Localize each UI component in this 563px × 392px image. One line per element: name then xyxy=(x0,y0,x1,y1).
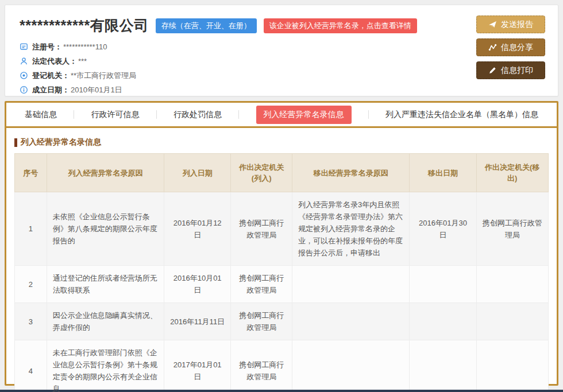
share-info-button[interactable]: 信息分享 xyxy=(476,38,545,56)
info-value: **市工商行政管理局 xyxy=(71,71,136,81)
table-row: 2通过登记的住所或者经营场所无法取得联系2016年10月01日携创网工商行政管理… xyxy=(15,266,549,303)
info-value: 2010年01月1日 xyxy=(71,85,122,95)
column-header: 移出日期 xyxy=(410,154,476,192)
company-name: ************有限公司 xyxy=(20,17,149,34)
table-cell xyxy=(292,340,410,392)
abnormal-alert-badge[interactable]: 该企业被列入经营异常名录，点击查看详情 xyxy=(264,18,417,33)
table-cell: 2017年01月01日 xyxy=(164,340,231,392)
info-label: 法定代表人： xyxy=(32,56,77,67)
table-cell xyxy=(292,303,410,340)
section-title-text: 列入经营异常名录信息 xyxy=(21,137,101,148)
action-buttons: 发送报告信息分享信息打印 xyxy=(476,15,545,79)
table-cell xyxy=(292,266,410,303)
column-header: 移出经营异常名录原因 xyxy=(292,154,410,192)
tab-4[interactable]: 列入严重违法失信企业名单（黑名单）信息 xyxy=(385,110,538,120)
table-cell: 2016年11月11日 xyxy=(164,303,231,340)
info-icon xyxy=(20,86,28,94)
table-cell: 携创网工商行政管理局 xyxy=(231,192,292,266)
company-info-line: 登记机关：**市工商行政管理局 xyxy=(20,68,543,83)
table-cell: 未在工商行政管理部门依照《企业信息公示暂行条例》第十条规定责令的期限内公示有关企… xyxy=(47,340,164,392)
certificate-icon xyxy=(20,42,28,51)
table-cell xyxy=(410,340,476,392)
section-title-marker xyxy=(14,138,17,147)
print-info-button[interactable]: 信息打印 xyxy=(476,61,545,79)
info-value: ***********110 xyxy=(63,42,107,51)
status-badge: 存续（在营、开业、在册） xyxy=(156,18,257,33)
button-label: 信息打印 xyxy=(501,65,533,76)
table-row: 4未在工商行政管理部门依照《企业信息公示暂行条例》第十条规定责令的期限内公示有关… xyxy=(15,340,549,392)
content-area: 列入经营异常名录信息 序号列入经营异常名录原因列入日期作出决定机关(列入)移出经… xyxy=(6,128,557,392)
tab-3[interactable]: 列入经营异常名录信息 xyxy=(256,106,352,124)
info-label: 登记机关： xyxy=(32,71,70,81)
company-info-line: 成立日期：2010年01月1日 xyxy=(20,83,543,97)
section-title: 列入经营异常名录信息 xyxy=(14,137,549,148)
tab-0[interactable]: 基础信息 xyxy=(25,110,57,120)
info-label: 成立日期： xyxy=(32,85,70,95)
tab-2[interactable]: 行政处罚信息 xyxy=(173,110,222,120)
tab-divider xyxy=(156,110,157,119)
column-header: 序号 xyxy=(15,154,47,192)
tab-1[interactable]: 行政许可信息 xyxy=(91,110,140,120)
table-cell: 2 xyxy=(15,266,47,303)
title-row: ************有限公司 存续（在营、开业、在册） 该企业被列入经营异常… xyxy=(20,17,543,34)
table-cell xyxy=(410,266,476,303)
column-header: 列入日期 xyxy=(164,154,231,192)
table-cell: 4 xyxy=(15,340,47,392)
company-info-line: 法定代表人：*** xyxy=(20,54,543,68)
tab-divider xyxy=(74,110,74,119)
table-row: 3因公示企业信息隐瞒真实情况、弄虚作假的2016年11月11日携创网工商行政管理… xyxy=(15,303,549,340)
column-header: 作出决定机关(移出) xyxy=(476,154,548,192)
main-container: 基础信息行政许可信息行政处罚信息列入经营异常名录信息列入严重违法失信企业名单（黑… xyxy=(5,101,558,386)
info-value: *** xyxy=(78,57,87,65)
table-cell: 携创网工商行政管理局 xyxy=(476,192,548,266)
table-cell: 携创网工商行政管理局 xyxy=(231,340,292,392)
table-header: 序号列入经营异常名录原因列入日期作出决定机关(列入)移出经营异常名录原因移出日期… xyxy=(15,154,549,192)
footer-bar xyxy=(0,390,563,392)
location-icon xyxy=(20,71,28,80)
table-cell: 列入经营异常名录3年内且依照《经营异常名录管理办法》第六规定被列入经营异常名录的… xyxy=(292,192,410,266)
table-cell: 因公示企业信息隐瞒真实情况、弄虚作假的 xyxy=(47,303,164,340)
table-cell: 2016年01月12日 xyxy=(164,192,231,266)
share-icon xyxy=(488,43,497,52)
person-icon xyxy=(20,57,28,65)
button-label: 信息分享 xyxy=(501,42,533,53)
table-cell: 1 xyxy=(15,192,47,266)
send-report-button[interactable]: 发送报告 xyxy=(476,15,545,33)
table-body: 1未依照《企业信息公示暂行条例》第八条规定的期限公示年度报告的2016年01月1… xyxy=(15,192,549,392)
send-icon xyxy=(488,20,497,29)
table-row: 1未依照《企业信息公示暂行条例》第八条规定的期限公示年度报告的2016年01月1… xyxy=(15,192,549,266)
column-header: 列入经营异常名录原因 xyxy=(47,154,164,192)
table-cell: 通过登记的住所或者经营场所无法取得联系 xyxy=(47,266,164,303)
company-info-list: 注册号：***********110法定代表人：***登记机关：**市工商行政管… xyxy=(20,40,543,97)
print-icon xyxy=(488,66,497,75)
table-cell xyxy=(476,340,548,392)
table-cell xyxy=(476,266,548,303)
table-cell: 携创网工商行政管理局 xyxy=(231,266,292,303)
tab-divider xyxy=(368,110,369,119)
company-info-line: 注册号：***********110 xyxy=(20,40,543,54)
table-cell xyxy=(476,303,548,340)
table-cell: 2016年10月01日 xyxy=(164,266,231,303)
table-cell: 携创网工商行政管理局 xyxy=(231,303,292,340)
table-cell: 3 xyxy=(15,303,47,340)
tab-bar: 基础信息行政许可信息行政处罚信息列入经营异常名录信息列入严重违法失信企业名单（黑… xyxy=(6,103,557,128)
tab-divider xyxy=(238,110,239,119)
column-header: 作出决定机关(列入) xyxy=(231,154,292,192)
info-label: 注册号： xyxy=(32,42,62,52)
table-cell: 未依照《企业信息公示暂行条例》第八条规定的期限公示年度报告的 xyxy=(47,192,164,266)
table-cell xyxy=(410,303,476,340)
button-label: 发送报告 xyxy=(501,20,533,30)
table-header-row: 序号列入经营异常名录原因列入日期作出决定机关(列入)移出经营异常名录原因移出日期… xyxy=(15,154,549,192)
table-cell: 2016年01月30日 xyxy=(410,192,476,266)
abnormal-list-table: 序号列入经营异常名录原因列入日期作出决定机关(列入)移出经营异常名录原因移出日期… xyxy=(14,153,549,392)
company-card: ************有限公司 存续（在营、开业、在册） 该企业被列入经营异常… xyxy=(5,5,558,96)
